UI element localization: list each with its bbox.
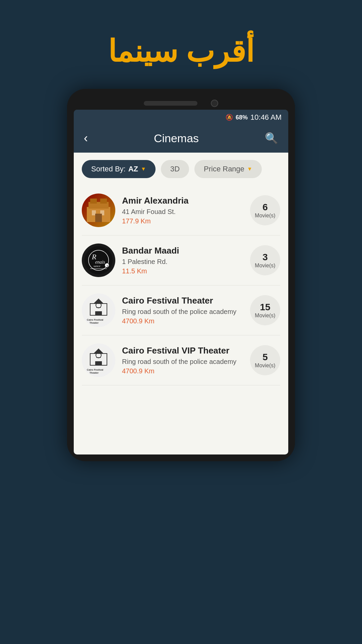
- count-label-amir: Movie(s): [255, 213, 275, 219]
- cinema-address-cairo-vip: Ring road south of the police academy: [122, 358, 243, 366]
- status-icons: 🔕 68% 10:46 AM: [226, 113, 282, 122]
- cinema-address-bandar: 1 Palestine Rd.: [122, 258, 243, 266]
- phone-device: 🔕 68% 10:46 AM ‹ Cinemas 🔍 Sorted By: AZ…: [67, 89, 295, 461]
- phone-camera: [211, 100, 218, 107]
- status-time: 10:46 AM: [250, 113, 282, 122]
- 3d-filter[interactable]: 3D: [161, 160, 189, 178]
- sorted-by-label: Sorted By:: [91, 165, 126, 173]
- cinema-item-bandar[interactable]: R enais sance Bandar Maadi 1 Palestine R…: [82, 235, 280, 285]
- movie-count-cairo-vip: 5 Movie(s): [250, 345, 280, 375]
- count-num-bandar: 3: [262, 252, 268, 263]
- signal-icon: 🔕: [226, 114, 233, 121]
- cinema-logo-bandar: R enais sance: [82, 244, 115, 277]
- cinema-item-cairo-festival[interactable]: Cairo Festival Theater Cairo Festival Th…: [82, 285, 280, 335]
- svg-text:Theater: Theater: [89, 371, 99, 374]
- cinema-logo-cairo-festival: Cairo Festival Theater: [82, 293, 115, 327]
- movie-count-amir: 6 Movie(s): [250, 195, 280, 225]
- svg-text:enais: enais: [95, 260, 105, 265]
- cinema-item-cairo-vip[interactable]: Cairo Festival Theater Cairo Festival VI…: [82, 335, 280, 385]
- back-button[interactable]: ‹: [84, 131, 88, 145]
- movie-count-cairo-festival: 15 Movie(s): [250, 295, 280, 325]
- count-num-cairo-vip: 5: [262, 352, 268, 363]
- status-bar: 🔕 68% 10:46 AM: [74, 110, 288, 125]
- movie-count-bandar: 3 Movie(s): [250, 245, 280, 275]
- header-title: Cinemas: [154, 132, 199, 145]
- phone-speaker: [144, 101, 197, 106]
- phone-top-bar: [74, 96, 288, 110]
- svg-rect-28: [95, 361, 102, 365]
- price-range-filter[interactable]: Price Range ▼: [194, 160, 262, 178]
- cft-logo-svg: Cairo Festival Theater: [83, 295, 114, 325]
- cinema-distance-amir: 177.9 Km: [122, 217, 243, 225]
- cinema-name-cairo-festival: Cairo Festival Theater: [122, 296, 243, 306]
- cinema-distance-bandar: 11.5 Km: [122, 267, 243, 275]
- cinema-name-cairo-vip: Cairo Festival VIP Theater: [122, 345, 243, 356]
- cinema-address-amir: 41 Amir Fouad St.: [122, 208, 243, 216]
- app-header: ‹ Cinemas 🔍: [74, 125, 288, 153]
- battery-indicator: 68%: [236, 114, 248, 121]
- cinema-distance-cairo-festival: 4700.9 Km: [122, 317, 243, 325]
- search-button[interactable]: 🔍: [265, 132, 278, 145]
- cinema-distance-cairo-vip: 4700.9 Km: [122, 367, 243, 375]
- filter-bar: Sorted By: AZ ▼ 3D Price Range ▼: [74, 153, 288, 185]
- cinema-logo-cairo-vip: Cairo Festival Theater: [82, 343, 115, 377]
- content-area: Sorted By: AZ ▼ 3D Price Range ▼: [74, 153, 288, 454]
- cinema-info-bandar: Bandar Maadi 1 Palestine Rd. 11.5 Km: [122, 246, 243, 275]
- amir-logo-svg: [85, 197, 112, 224]
- count-label-cairo-vip: Movie(s): [255, 363, 275, 369]
- svg-rect-6: [95, 214, 102, 222]
- svg-point-14: [107, 265, 109, 267]
- cft-vip-logo-svg: Cairo Festival Theater: [83, 345, 114, 375]
- sort-az-filter[interactable]: Sorted By: AZ ▼: [82, 160, 156, 178]
- count-num-amir: 6: [262, 202, 268, 213]
- cinema-item-amir[interactable]: Amir Alexandria 41 Amir Fouad St. 177.9 …: [82, 185, 280, 235]
- page-title: أقرب سينما: [108, 34, 254, 69]
- price-range-label: Price Range: [204, 165, 244, 173]
- svg-text:Theater: Theater: [89, 321, 99, 324]
- cinema-name-bandar: Bandar Maadi: [122, 246, 243, 256]
- svg-text:sance: sance: [94, 264, 101, 268]
- svg-rect-3: [100, 199, 107, 204]
- svg-rect-20: [95, 311, 102, 315]
- price-arrow-icon: ▼: [247, 166, 252, 172]
- phone-screen: 🔕 68% 10:46 AM ‹ Cinemas 🔍 Sorted By: AZ…: [74, 110, 288, 454]
- cinema-name-amir: Amir Alexandria: [122, 196, 243, 206]
- svg-text:Cairo Festival: Cairo Festival: [87, 368, 103, 371]
- sort-value: AZ: [128, 165, 138, 173]
- cinema-info-amir: Amir Alexandria 41 Amir Fouad St. 177.9 …: [122, 196, 243, 225]
- cinema-info-cairo-vip: Cairo Festival VIP Theater Ring road sou…: [122, 345, 243, 375]
- sort-arrow-icon: ▼: [141, 166, 146, 172]
- cinema-info-cairo-festival: Cairo Festival Theater Ring road south o…: [122, 296, 243, 325]
- renaissance-logo-svg: R enais sance: [83, 245, 114, 275]
- count-label-bandar: Movie(s): [255, 263, 275, 269]
- 3d-label: 3D: [170, 165, 180, 173]
- count-num-cairo-festival: 15: [260, 302, 270, 313]
- cinema-list: Amir Alexandria 41 Amir Fouad St. 177.9 …: [74, 185, 288, 385]
- cinema-logo-amir: [82, 194, 115, 227]
- count-label-cairo-festival: Movie(s): [255, 313, 275, 319]
- svg-text:Cairo Festival: Cairo Festival: [87, 318, 103, 321]
- cinema-address-cairo-festival: Ring road south of the police academy: [122, 308, 243, 316]
- svg-rect-2: [90, 199, 97, 204]
